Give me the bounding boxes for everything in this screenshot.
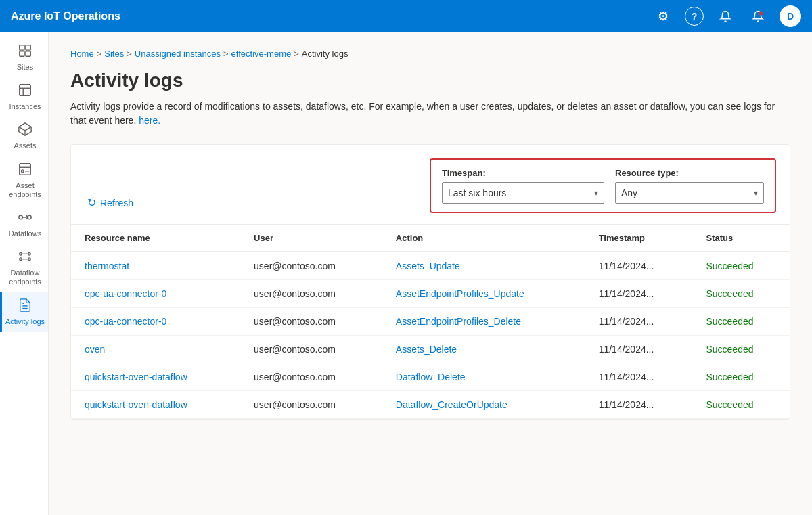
cell-resource-name-0: thermostat (71, 252, 240, 280)
timespan-label: Timespan: (442, 168, 604, 178)
resource-name-link-0[interactable]: thermostat (85, 261, 129, 271)
cell-timestamp-2: 11/14/2024... (585, 308, 693, 336)
description-link[interactable]: here. (139, 115, 160, 126)
breadcrumb-sep-3: > (223, 49, 229, 59)
sidebar-item-dataflows[interactable]: Dataflows (0, 204, 48, 244)
sidebar-item-dataflow-endpoints[interactable]: Dataflow endpoints (0, 244, 48, 292)
action-link-0[interactable]: Assets_Update (396, 261, 460, 271)
cell-status-5: Succeeded (692, 391, 790, 419)
sidebar-item-instances[interactable]: Instances (0, 77, 48, 116)
cell-user-1: user@contoso.com (240, 280, 382, 308)
svg-rect-3 (20, 51, 24, 56)
cell-timestamp-4: 11/14/2024... (585, 363, 693, 391)
cell-resource-name-2: opc-ua-connector-0 (71, 308, 240, 336)
resource-name-link-5[interactable]: quickstart-oven-dataflow (85, 399, 187, 410)
sidebar-label-dataflow-endpoints: Dataflow endpoints (5, 269, 45, 286)
col-header-status: Status (692, 225, 790, 252)
sidebar-item-assets[interactable]: Assets (0, 116, 48, 156)
page-title: Activity logs (70, 70, 790, 91)
cell-status-1: Succeeded (692, 280, 790, 308)
breadcrumb-sep-1: > (97, 49, 102, 59)
cell-user-4: user@contoso.com (240, 363, 382, 391)
main-content: Home > Sites > Unassigned instances > ef… (49, 32, 812, 515)
assets-icon (18, 122, 32, 139)
svg-point-18 (28, 258, 31, 261)
cell-action-1: AssetEndpointProfiles_Update (382, 280, 585, 308)
action-link-3[interactable]: Assets_Delete (396, 344, 457, 355)
col-header-action: Action (382, 225, 585, 252)
activity-logs-icon (18, 298, 32, 315)
table-row: thermostat user@contoso.com Assets_Updat… (71, 252, 790, 280)
settings-icon[interactable]: ⚙ (652, 5, 674, 27)
cell-user-0: user@contoso.com (240, 252, 382, 280)
resource-type-value: Any (621, 187, 637, 198)
svg-point-16 (28, 253, 31, 256)
cell-user-3: user@contoso.com (240, 336, 382, 363)
cell-timestamp-0: 11/14/2024... (585, 252, 693, 280)
table-row: opc-ua-connector-0 user@contoso.com Asse… (71, 280, 790, 308)
breadcrumb-unassigned-instances[interactable]: Unassigned instances (135, 49, 221, 59)
svg-point-17 (20, 258, 22, 261)
timespan-value: Last six hours (448, 187, 506, 198)
notification-bell-icon[interactable] (747, 5, 769, 27)
cell-action-0: Assets_Update (382, 252, 585, 280)
sidebar: Sites Instances Assets (0, 32, 49, 515)
resource-type-chevron-icon: ▾ (754, 188, 758, 198)
sidebar-item-asset-endpoints[interactable]: Asset endpoints (0, 156, 48, 204)
toolbar-left: ↻ Refresh (85, 192, 136, 213)
user-avatar[interactable]: D (780, 5, 801, 27)
col-header-resource-name: Resource name (71, 225, 240, 252)
sidebar-label-asset-endpoints: Asset endpoints (5, 181, 45, 199)
resource-name-link-4[interactable]: quickstart-oven-dataflow (85, 372, 187, 382)
sites-icon (18, 43, 32, 60)
activity-logs-table: Resource name User Action Timestamp Stat… (71, 225, 790, 419)
sidebar-label-assets: Assets (14, 141, 36, 150)
cell-timestamp-5: 11/14/2024... (585, 391, 693, 419)
sidebar-item-activity-logs[interactable]: Activity logs (0, 292, 48, 332)
resource-type-select[interactable]: Any ▾ (615, 182, 764, 204)
cell-status-4: Succeeded (692, 363, 790, 391)
resource-name-link-2[interactable]: opc-ua-connector-0 (85, 316, 166, 327)
cell-action-4: Dataflow_Delete (382, 363, 585, 391)
sidebar-label-sites: Sites (17, 63, 33, 72)
breadcrumb-home[interactable]: Home (70, 49, 94, 59)
refresh-button[interactable]: ↻ Refresh (85, 192, 136, 213)
breadcrumb-sep-2: > (127, 49, 132, 59)
alert-bell-icon[interactable] (715, 5, 736, 27)
breadcrumb-sep-4: > (294, 49, 299, 59)
dataflows-icon (18, 210, 32, 227)
table-container: Resource name User Action Timestamp Stat… (71, 225, 790, 419)
content-card: ↻ Refresh Timespan: Last six hours ▾ Res… (70, 144, 790, 420)
resource-name-link-3[interactable]: oven (85, 344, 105, 355)
app-title: Azure IoT Operations (11, 10, 652, 22)
svg-point-12 (19, 215, 22, 219)
breadcrumb: Home > Sites > Unassigned instances > ef… (70, 49, 790, 59)
timespan-select[interactable]: Last six hours ▾ (442, 182, 604, 204)
action-link-2[interactable]: AssetEndpointProfiles_Delete (396, 316, 521, 327)
help-icon[interactable]: ? (685, 7, 704, 26)
breadcrumb-effective-meme[interactable]: effective-meme (231, 49, 292, 59)
col-header-timestamp: Timestamp (585, 225, 693, 252)
table-header-row: Resource name User Action Timestamp Stat… (71, 225, 790, 252)
resource-name-link-1[interactable]: opc-ua-connector-0 (85, 288, 166, 299)
action-link-4[interactable]: Dataflow_Delete (396, 372, 466, 382)
resource-type-filter-group: Resource type: Any ▾ (615, 168, 764, 204)
svg-rect-2 (26, 45, 30, 50)
instances-icon (18, 83, 32, 99)
svg-rect-1 (20, 45, 24, 50)
cell-resource-name-5: quickstart-oven-dataflow (71, 391, 240, 419)
page-description: Activity logs provide a record of modifi… (70, 99, 790, 128)
action-link-5[interactable]: Dataflow_CreateOrUpdate (396, 399, 508, 410)
toolbar: ↻ Refresh Timespan: Last six hours ▾ Res… (71, 145, 790, 225)
resource-type-label: Resource type: (615, 168, 764, 178)
sidebar-label-dataflows: Dataflows (9, 229, 41, 238)
timespan-filter-group: Timespan: Last six hours ▾ (442, 168, 604, 204)
refresh-icon: ↻ (87, 196, 96, 209)
refresh-label: Refresh (100, 198, 133, 208)
table-row: quickstart-oven-dataflow user@contoso.co… (71, 363, 790, 391)
sidebar-item-sites[interactable]: Sites (0, 38, 48, 77)
breadcrumb-sites[interactable]: Sites (104, 49, 124, 59)
action-link-1[interactable]: AssetEndpointProfiles_Update (396, 288, 524, 299)
dataflow-endpoints-icon (18, 249, 32, 266)
filters-section: Timespan: Last six hours ▾ Resource type… (430, 158, 776, 213)
